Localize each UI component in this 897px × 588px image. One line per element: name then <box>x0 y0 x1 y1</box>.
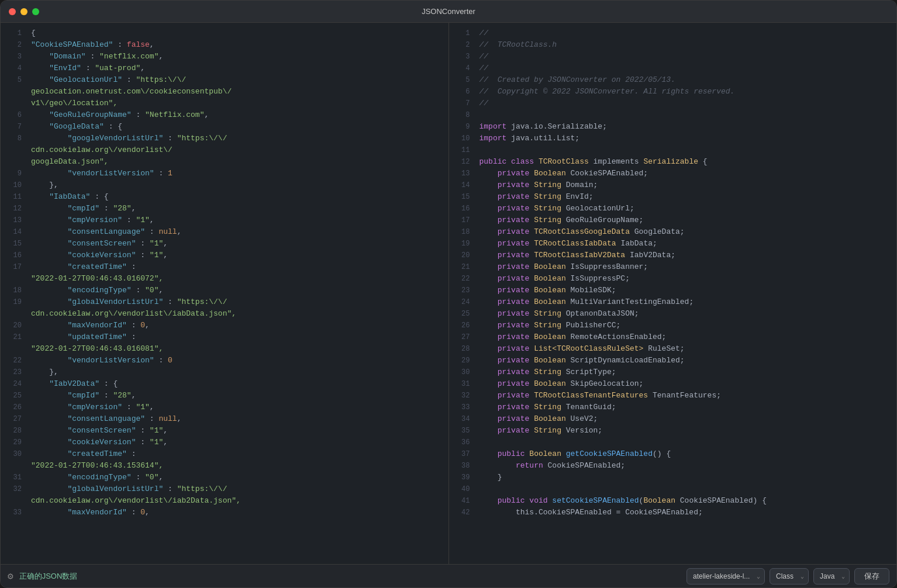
line-item: "2022-01-27T00:46:43.016072", <box>1 273 448 285</box>
status-controls: atelier-lakeside-l... Class Java 保存 <box>686 568 889 584</box>
line-item: 1 { <box>1 27 448 39</box>
line-item: 26 "cmpVersion" : "1", <box>1 402 448 413</box>
line-item: 40 <box>449 483 897 495</box>
traffic-lights <box>9 8 39 15</box>
line-item: 30 "createdTime" : <box>1 448 448 460</box>
line-item: 4 "EnvId" : "uat-prod", <box>1 63 448 74</box>
validation-status: 正确的JSON数据 <box>19 571 681 582</box>
line-item: 5 "GeolocationUrl" : "https:\/\/ <box>1 74 448 86</box>
line-item: 7 "GoogleData" : { <box>1 121 448 133</box>
line-item: 28 private List<TCRootClassRuleSet> Rule… <box>449 343 897 355</box>
line-item: 1 // <box>449 27 897 39</box>
line-item: 31 private Boolean SkipGeolocation; <box>449 378 897 390</box>
line-item: cdn.cookielaw.org\/vendorlist\/iabData.j… <box>1 308 448 320</box>
line-item: 13 private Boolean CookieSPAEnabled; <box>449 168 897 179</box>
line-item: 9 import java.io.Serializable; <box>449 121 897 133</box>
json-code-area[interactable]: 1 { 2 "CookieSPAEnabled" : false, 3 "Dom… <box>1 23 448 564</box>
save-button[interactable]: 保存 <box>854 568 889 584</box>
line-item: 27 private Boolean RemoteActionsEnabled; <box>449 331 897 343</box>
language-dropdown[interactable]: Java <box>813 568 850 584</box>
maximize-button[interactable] <box>32 8 39 15</box>
line-item: 18 private TCRootClassGoogleData GoogleD… <box>449 226 897 238</box>
java-pane: 1 // 2 // TCRootClass.h 3 // 4 // 5 / <box>449 23 897 564</box>
line-item: 9 "vendorListVersion" : 1 <box>1 168 448 179</box>
line-item: 27 "consentLanguage" : null, <box>1 413 448 425</box>
theme-dropdown[interactable]: atelier-lakeside-l... <box>686 568 765 584</box>
line-item: 8 "googleVendorListUrl" : "https:\/\/ <box>1 133 448 144</box>
line-item: 26 private String PublisherCC; <box>449 320 897 331</box>
line-item: 25 private String OptanonDataJSON; <box>449 308 897 320</box>
line-item: 24 "IabV2Data" : { <box>1 378 448 390</box>
line-item: 29 private Boolean ScriptDynamicLoadEnab… <box>449 355 897 366</box>
line-item: 31 "encodingType" : "0", <box>1 472 448 483</box>
window-title: JSONConverter <box>422 7 475 16</box>
line-item: 23 }, <box>1 366 448 378</box>
line-item: 11 "IabData" : { <box>1 191 448 203</box>
line-item: 12 public class TCRootClass implements S… <box>449 156 897 168</box>
line-item: 17 "createdTime" : <box>1 261 448 273</box>
line-item: "2022-01-27T00:46:43.016081", <box>1 343 448 355</box>
main-window: JSONConverter 1 { 2 "CookieSPAEnabled" :… <box>0 0 897 588</box>
line-item: cdn.cookielaw.org\/vendorlist\/iab2Data.… <box>1 495 448 507</box>
line-item: 23 private Boolean MobileSDK; <box>449 285 897 296</box>
line-item: 21 private Boolean IsSuppressBanner; <box>449 261 897 273</box>
theme-dropdown-wrapper[interactable]: atelier-lakeside-l... <box>686 568 765 584</box>
line-item: 16 private String GeolocationUrl; <box>449 203 897 215</box>
line-item: 10 }, <box>1 179 448 191</box>
line-item: 2 // TCRootClass.h <box>449 39 897 51</box>
line-item: 4 // <box>449 63 897 74</box>
line-item: "2022-01-27T00:46:43.153614", <box>1 460 448 472</box>
line-item: 10 import java.util.List; <box>449 133 897 144</box>
line-item: 33 "maxVendorId" : 0, <box>1 507 448 518</box>
type-dropdown[interactable]: Class <box>770 568 809 584</box>
line-item: 32 "globalVendorListUrl" : "https:\/\/ <box>1 483 448 495</box>
line-item: 11 <box>449 144 897 156</box>
line-item: 32 private TCRootClassTenantFeatures Ten… <box>449 390 897 402</box>
type-dropdown-wrapper[interactable]: Class <box>770 568 809 584</box>
line-item: v1\/geo\/location", <box>1 98 448 109</box>
line-item: 5 // Created by JSONConverter on 2022/05… <box>449 74 897 86</box>
java-code-area[interactable]: 1 // 2 // TCRootClass.h 3 // 4 // 5 / <box>449 23 897 564</box>
minimize-button[interactable] <box>20 8 27 15</box>
line-item: 17 private String GeoRuleGroupName; <box>449 215 897 226</box>
line-item: 18 "encodingType" : "0", <box>1 285 448 296</box>
line-item: 30 private String ScriptType; <box>449 366 897 378</box>
line-item: 25 "cmpId" : "28", <box>1 390 448 402</box>
line-item: 35 private String Version; <box>449 425 897 437</box>
line-item: 15 private String EnvId; <box>449 191 897 203</box>
line-item: 13 "cmpVersion" : "1", <box>1 215 448 226</box>
line-item: 14 "consentLanguage" : null, <box>1 226 448 238</box>
line-item: 19 private TCRootClassIabData IabData; <box>449 238 897 250</box>
statusbar: ⚙ 正确的JSON数据 atelier-lakeside-l... Class … <box>1 564 896 587</box>
line-item: 20 private TCRootClassIabV2Data IabV2Dat… <box>449 250 897 261</box>
line-item: 19 "globalVendorListUrl" : "https:\/\/ <box>1 296 448 308</box>
line-item: 37 public Boolean getCookieSPAEnabled() … <box>449 448 897 460</box>
close-button[interactable] <box>9 8 16 15</box>
line-item: 12 "cmpId" : "28", <box>1 203 448 215</box>
line-item: 20 "maxVendorId" : 0, <box>1 320 448 331</box>
line-item: 2 "CookieSPAEnabled" : false, <box>1 39 448 51</box>
line-item: googleData.json", <box>1 156 448 168</box>
line-item: geolocation.onetrust.com\/cookieconsentp… <box>1 86 448 98</box>
line-item: 34 private Boolean UseV2; <box>449 413 897 425</box>
line-item: 15 "consentScreen" : "1", <box>1 238 448 250</box>
line-item: 22 private Boolean IsSuppressPC; <box>449 273 897 285</box>
line-item: 39 } <box>449 472 897 483</box>
line-item: 16 "cookieVersion" : "1", <box>1 250 448 261</box>
line-item: 29 "cookieVersion" : "1", <box>1 437 448 448</box>
line-item: 24 private Boolean MultiVariantTestingEn… <box>449 296 897 308</box>
json-pane: 1 { 2 "CookieSPAEnabled" : false, 3 "Dom… <box>1 23 449 564</box>
line-item: 8 <box>449 109 897 121</box>
line-item: 41 public void setCookieSPAEnabled(Boole… <box>449 495 897 507</box>
line-item: 7 // <box>449 98 897 109</box>
language-dropdown-wrapper[interactable]: Java <box>813 568 850 584</box>
line-item: 6 "GeoRuleGroupName" : "Netflix.com", <box>1 109 448 121</box>
main-content: 1 { 2 "CookieSPAEnabled" : false, 3 "Dom… <box>1 23 896 564</box>
settings-icon[interactable]: ⚙ <box>8 570 13 582</box>
titlebar: JSONConverter <box>1 1 896 23</box>
line-item: 28 "consentScreen" : "1", <box>1 425 448 437</box>
line-item: 36 <box>449 437 897 448</box>
line-item: 3 // <box>449 51 897 63</box>
line-item: 33 private String TenantGuid; <box>449 402 897 413</box>
line-item: 22 "vendorListVersion" : 0 <box>1 355 448 366</box>
